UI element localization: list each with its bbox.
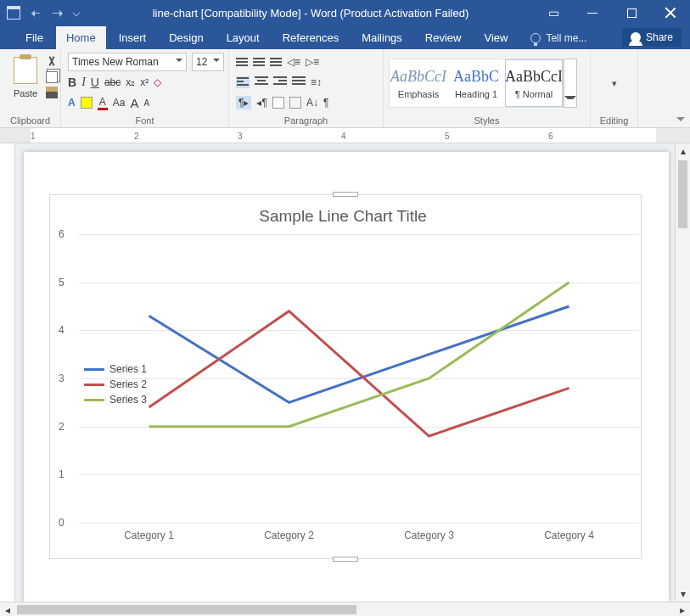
y-tick-label: 1	[59, 468, 65, 480]
ltr-icon[interactable]: ¶▸	[236, 96, 251, 109]
copy-icon[interactable]	[46, 71, 58, 83]
share-label: Share	[646, 31, 673, 43]
chart-legend: Series 1Series 2Series 3	[84, 360, 147, 409]
grow-font-button[interactable]: A	[130, 96, 138, 110]
font-effects-button[interactable]: A	[68, 97, 76, 109]
style-card-2[interactable]: AaBbCcI¶ Normal	[505, 59, 563, 107]
tab-home[interactable]: Home	[56, 26, 106, 49]
italic-button[interactable]: I	[81, 76, 86, 89]
maximize-button[interactable]	[612, 0, 651, 25]
tab-file[interactable]: File	[15, 26, 53, 49]
show-marks-button[interactable]: ¶	[323, 97, 328, 109]
page: Sample Line Chart Title 0123456 Series 1…	[24, 152, 669, 602]
group-label-styles: Styles	[389, 114, 585, 126]
title-bar: line-chart [Compatibility Mode] - Word (…	[0, 0, 690, 25]
y-tick-label: 6	[59, 228, 65, 240]
scroll-thumb-h[interactable]	[17, 605, 356, 614]
scroll-up-icon[interactable]: ▴	[676, 143, 690, 159]
style-card-1[interactable]: AaBbCHeading 1	[447, 59, 505, 107]
scrollbar-vertical[interactable]: ▴ ▾	[675, 143, 690, 602]
bold-button[interactable]: B	[68, 76, 76, 89]
change-case-button[interactable]: Aa	[113, 97, 126, 109]
minimize-button[interactable]	[573, 0, 612, 25]
close-button[interactable]	[651, 0, 690, 25]
strike-button[interactable]: abc	[104, 76, 121, 88]
sort-button[interactable]: A↓	[306, 97, 318, 109]
scroll-right-icon[interactable]: ▸	[675, 602, 690, 616]
align-left-icon[interactable]	[236, 76, 250, 88]
document-area[interactable]: Sample Line Chart Title 0123456 Series 1…	[15, 143, 675, 602]
tab-mailings[interactable]: Mailings	[351, 26, 412, 49]
font-name-value: Times New Roman	[72, 56, 159, 68]
numbering-icon[interactable]	[253, 58, 265, 66]
ruler-tick: 5	[445, 132, 450, 141]
y-tick-label: 4	[59, 324, 65, 336]
font-color-button[interactable]: A	[98, 96, 108, 110]
gridline	[79, 523, 639, 524]
group-editing[interactable]: ▾ Editing	[591, 49, 638, 127]
shrink-font-button[interactable]: A	[143, 98, 149, 108]
x-tick-label: Category 4	[544, 529, 594, 541]
collapse-ribbon-icon[interactable]	[676, 117, 685, 126]
chart-resize-bottom[interactable]	[333, 557, 358, 562]
ruler-vertical[interactable]	[0, 143, 15, 602]
align-center-icon[interactable]	[255, 76, 268, 88]
tab-design[interactable]: Design	[159, 26, 213, 49]
rtl-icon[interactable]: ◂¶	[256, 97, 266, 109]
scrollbar-horizontal[interactable]: ◂ ▸	[0, 602, 690, 616]
y-tick-label: 3	[59, 372, 65, 384]
group-clipboard: Paste Clipboard	[0, 49, 61, 127]
scroll-thumb-v[interactable]	[678, 160, 687, 228]
tab-review[interactable]: Review	[415, 26, 472, 49]
tab-layout[interactable]: Layout	[216, 26, 270, 49]
justify-icon[interactable]	[292, 76, 306, 88]
line-spacing-icon[interactable]: ≡↕	[311, 76, 322, 88]
bulb-icon	[530, 33, 541, 43]
person-icon	[631, 32, 641, 42]
tab-insert[interactable]: Insert	[109, 26, 157, 49]
clear-format-icon[interactable]: ◇	[154, 76, 161, 88]
font-name-combo[interactable]: Times New Roman	[68, 53, 187, 71]
align-right-icon[interactable]	[273, 76, 287, 88]
ruler-tick: 6	[548, 132, 553, 141]
group-label-font: Font	[66, 114, 223, 126]
undo-icon[interactable]	[30, 7, 42, 19]
ribbon-options-icon[interactable]: ▭	[534, 0, 573, 25]
clipboard-icon	[14, 57, 37, 84]
borders-icon[interactable]	[289, 97, 301, 109]
qat-more-icon[interactable]	[73, 9, 80, 16]
ribbon: Paste Clipboard Times New Roman 12 B	[0, 49, 690, 128]
window-controls: ▭	[534, 0, 690, 25]
tell-me-search[interactable]: Tell me...	[530, 32, 586, 49]
styles-scroll[interactable]	[564, 59, 577, 108]
save-icon[interactable]	[7, 6, 20, 20]
chart-lines	[79, 234, 639, 523]
tab-view[interactable]: View	[474, 26, 518, 49]
scroll-down-icon[interactable]: ▾	[676, 586, 690, 602]
legend-item: Series 3	[84, 394, 147, 406]
decrease-indent-icon[interactable]: ◁≡	[287, 56, 300, 68]
increase-indent-icon[interactable]: ▷≡	[306, 56, 319, 68]
ruler-tick: 3	[238, 132, 243, 141]
chart-resize-top[interactable]	[333, 192, 358, 197]
format-painter-icon[interactable]	[46, 87, 58, 98]
superscript-button[interactable]: x²	[140, 76, 149, 88]
multilevel-icon[interactable]	[270, 58, 282, 66]
style-card-0[interactable]: AaBbCcIEmphasis	[390, 59, 447, 107]
group-label-editing: Editing	[596, 114, 632, 126]
chart-object[interactable]: Sample Line Chart Title 0123456 Series 1…	[49, 194, 642, 559]
shading-icon[interactable]	[272, 97, 284, 109]
subscript-button[interactable]: x₂	[126, 76, 135, 88]
tab-references[interactable]: References	[272, 26, 349, 49]
paste-button[interactable]: Paste	[5, 53, 46, 100]
y-tick-label: 5	[59, 277, 65, 288]
ruler-horizontal[interactable]: 123456	[0, 128, 690, 143]
cut-icon[interactable]	[46, 56, 58, 68]
highlight-icon[interactable]	[81, 97, 93, 109]
font-size-combo[interactable]: 12	[192, 53, 224, 71]
underline-button[interactable]: U	[91, 76, 99, 89]
share-button[interactable]: Share	[622, 28, 682, 47]
bullets-icon[interactable]	[236, 58, 248, 66]
scroll-left-icon[interactable]: ◂	[0, 602, 15, 616]
redo-icon[interactable]	[51, 7, 63, 19]
